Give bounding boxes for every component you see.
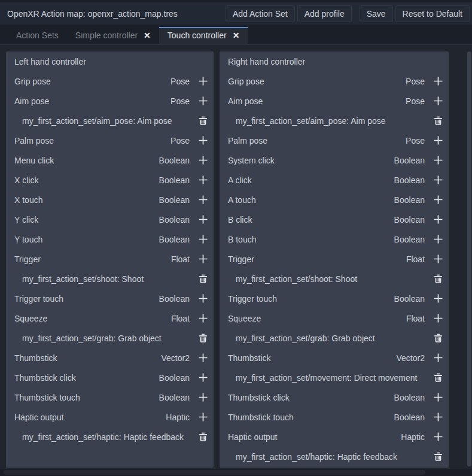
- tab-touch-controller[interactable]: Touch controller ✕: [159, 27, 248, 44]
- delete-binding-button[interactable]: [194, 429, 211, 445]
- action-type-label: Haptic: [166, 413, 190, 422]
- plus-icon: [198, 412, 208, 422]
- add-binding-button[interactable]: [194, 192, 211, 208]
- action-type-label: Boolean: [159, 175, 190, 185]
- add-binding-button[interactable]: [194, 172, 211, 189]
- add-binding-button[interactable]: [194, 152, 211, 169]
- delete-binding-button[interactable]: [430, 448, 446, 465]
- action-type-label: Pose: [406, 96, 425, 106]
- add-binding-button[interactable]: [194, 93, 211, 110]
- add-binding-button[interactable]: [430, 73, 446, 90]
- tab-simple-controller[interactable]: Simple controller ✕: [67, 27, 159, 44]
- delete-binding-button[interactable]: [430, 330, 446, 347]
- add-binding-button[interactable]: [430, 310, 446, 327]
- header-bar: OpenXR Action map: openxr_action_map.tre…: [0, 2, 472, 25]
- io-path-label: Squeeze: [228, 314, 261, 323]
- add-binding-button[interactable]: [194, 350, 211, 366]
- add-binding-button[interactable]: [430, 389, 446, 406]
- add-binding-button[interactable]: [194, 290, 211, 307]
- add-binding-button[interactable]: [430, 350, 446, 366]
- plus-icon: [198, 155, 208, 165]
- plus-icon: [433, 135, 443, 145]
- close-icon[interactable]: ✕: [233, 31, 240, 40]
- controller-panel: Left hand controller Grip pose Pose Aim …: [6, 51, 214, 468]
- action-type-label: Haptic: [401, 432, 425, 442]
- io-path-row: B touch Boolean: [220, 229, 449, 249]
- add-action-set-button[interactable]: Add Action Set: [226, 5, 295, 22]
- add-binding-button[interactable]: [194, 409, 211, 426]
- io-path-row: Palm pose Pose: [6, 131, 214, 150]
- io-path-row: Thumbstick Vector2: [220, 348, 449, 368]
- action-type-label: Float: [406, 254, 425, 264]
- row-list: Grip pose Pose Aim pose Pose my_first_ac…: [220, 71, 449, 466]
- action-type-label: Boolean: [159, 294, 190, 304]
- delete-binding-button[interactable]: [430, 369, 446, 386]
- bound-action-label: my_first_action_set/grab: Grab object: [22, 333, 162, 343]
- action-type-label: Float: [406, 314, 425, 323]
- add-binding-button[interactable]: [194, 389, 211, 406]
- add-binding-button[interactable]: [194, 211, 211, 228]
- action-type-label: Boolean: [394, 393, 425, 402]
- trash-icon: [434, 116, 443, 125]
- plus-icon: [198, 313, 208, 323]
- add-binding-button[interactable]: [430, 211, 446, 228]
- tab-label: Touch controller: [168, 31, 227, 40]
- io-path-label: Trigger: [228, 254, 254, 264]
- io-path-row: Grip pose Pose: [6, 71, 214, 91]
- plus-icon: [433, 293, 443, 304]
- io-path-label: Thumbstick: [14, 353, 57, 363]
- action-type-label: Boolean: [159, 195, 190, 205]
- controller-panels: Left hand controller Grip pose Pose Aim …: [6, 51, 449, 468]
- add-binding-button[interactable]: [194, 231, 211, 248]
- plus-icon: [198, 175, 208, 185]
- horizontal-scrollbar-track[interactable]: [0, 469, 472, 476]
- io-path-label: Thumbstick: [228, 353, 271, 363]
- trash-icon: [434, 274, 443, 283]
- tab-action-sets[interactable]: Action Sets: [8, 27, 67, 44]
- add-binding-button[interactable]: [194, 73, 211, 90]
- add-binding-button[interactable]: [430, 172, 446, 189]
- io-path-label: Haptic output: [228, 432, 278, 442]
- add-profile-button[interactable]: Add profile: [297, 5, 352, 22]
- io-path-label: Haptic output: [14, 413, 64, 422]
- add-binding-button[interactable]: [194, 369, 211, 386]
- plus-icon: [433, 254, 443, 264]
- vertical-scrollbar[interactable]: [467, 51, 471, 466]
- io-path-label: Palm pose: [14, 136, 54, 145]
- save-button[interactable]: Save: [360, 5, 393, 22]
- add-binding-button[interactable]: [430, 290, 446, 307]
- delete-binding-button[interactable]: [194, 330, 211, 347]
- io-path-row: Trigger Float: [6, 249, 214, 269]
- plus-icon: [198, 392, 208, 402]
- action-type-label: Float: [171, 314, 190, 323]
- add-binding-button[interactable]: [194, 132, 211, 149]
- close-icon[interactable]: ✕: [144, 31, 151, 40]
- add-binding-button[interactable]: [430, 132, 446, 149]
- add-binding-button[interactable]: [430, 93, 446, 110]
- add-binding-button[interactable]: [194, 310, 211, 327]
- delete-binding-button[interactable]: [430, 113, 446, 129]
- add-binding-button[interactable]: [430, 152, 446, 169]
- action-type-label: Pose: [170, 96, 190, 106]
- delete-binding-button[interactable]: [430, 271, 446, 287]
- io-path-label: A touch: [228, 195, 256, 205]
- io-path-label: Y click: [14, 215, 38, 225]
- delete-binding-button[interactable]: [194, 113, 211, 129]
- action-type-label: Boolean: [394, 195, 425, 205]
- plus-icon: [433, 353, 443, 363]
- io-path-row: A click Boolean: [220, 170, 449, 190]
- action-type-label: Boolean: [159, 156, 190, 165]
- reset-to-default-button[interactable]: Reset to Default: [395, 5, 470, 22]
- binding-row: my_first_action_set/aim_pose: Aim pose: [6, 111, 214, 131]
- delete-binding-button[interactable]: [194, 271, 211, 287]
- add-binding-button[interactable]: [194, 251, 211, 268]
- add-binding-button[interactable]: [430, 409, 446, 426]
- horizontal-scrollbar-handle[interactable]: [4, 470, 425, 475]
- add-binding-button[interactable]: [430, 251, 446, 268]
- io-path-label: X touch: [14, 195, 42, 205]
- add-binding-button[interactable]: [430, 231, 446, 248]
- plus-icon: [433, 432, 443, 442]
- add-binding-button[interactable]: [430, 192, 446, 208]
- action-type-label: Vector2: [397, 353, 425, 363]
- add-binding-button[interactable]: [430, 429, 446, 445]
